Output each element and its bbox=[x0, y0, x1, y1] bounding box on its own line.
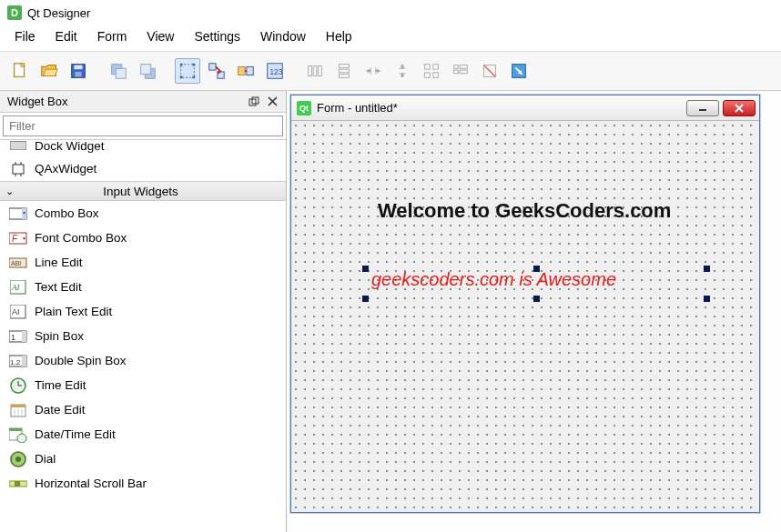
design-canvas[interactable]: Qt Form - untitled* Welcome to GeeksCode… bbox=[287, 91, 781, 532]
selection-handle-icon[interactable] bbox=[704, 296, 710, 302]
bring-front-button[interactable] bbox=[135, 58, 160, 84]
tree-item-qaxwidget[interactable]: QAxWidget bbox=[0, 156, 286, 181]
tree-item-time-edit[interactable]: Time Edit bbox=[0, 373, 286, 397]
tree-item-dial[interactable]: Dial bbox=[0, 447, 286, 471]
form-title: Form - untitled* bbox=[317, 101, 683, 115]
app-title: Qt Designer bbox=[27, 6, 90, 20]
tree-section-input-widgets[interactable]: ⌄ Input Widgets bbox=[0, 181, 286, 201]
svg-rect-33 bbox=[433, 73, 439, 78]
open-file-button[interactable] bbox=[36, 58, 62, 84]
selection-handle-icon[interactable] bbox=[533, 266, 540, 272]
send-back-button[interactable] bbox=[106, 58, 131, 84]
edit-buddies-button[interactable] bbox=[233, 58, 259, 84]
svg-rect-31 bbox=[433, 65, 439, 70]
svg-rect-20 bbox=[309, 66, 312, 76]
form-window[interactable]: Qt Form - untitled* Welcome to GeeksCode… bbox=[290, 95, 760, 513]
save-button[interactable] bbox=[66, 58, 91, 84]
tree-item-label: Plain Text Edit bbox=[35, 305, 112, 318]
tree-item-font-combo-box[interactable]: F Font Combo Box bbox=[0, 226, 286, 250]
tree-item-hscrollbar[interactable]: Horizontal Scroll Bar bbox=[0, 471, 286, 496]
svg-text:ABI: ABI bbox=[11, 260, 21, 266]
tree-item-label: Date/Time Edit bbox=[35, 427, 116, 441]
layout-v-splitter-button[interactable] bbox=[390, 58, 415, 84]
svg-rect-16 bbox=[238, 66, 245, 75]
svg-rect-11 bbox=[180, 76, 183, 79]
tree-item-label: Combo Box bbox=[35, 206, 99, 220]
svg-rect-70 bbox=[22, 361, 26, 366]
menu-view[interactable]: View bbox=[137, 27, 183, 45]
tree-item-label: Spin Box bbox=[35, 329, 84, 343]
svg-rect-22 bbox=[319, 66, 322, 76]
svg-line-39 bbox=[484, 65, 496, 77]
selection-handle-icon[interactable] bbox=[362, 296, 369, 302]
break-layout-button[interactable] bbox=[477, 58, 502, 84]
tree-item-spin-box[interactable]: 1 Spin Box bbox=[0, 324, 286, 348]
svg-rect-8 bbox=[181, 65, 195, 78]
close-panel-button[interactable] bbox=[264, 95, 280, 109]
tree-item-double-spin-box[interactable]: 1.2 Double Spin Box bbox=[0, 348, 286, 373]
menu-file[interactable]: File bbox=[5, 27, 45, 45]
tree-item-plain-text-edit[interactable]: AI Plain Text Edit bbox=[0, 299, 286, 324]
menu-help[interactable]: Help bbox=[317, 27, 361, 45]
svg-rect-37 bbox=[460, 70, 467, 74]
svg-rect-45 bbox=[10, 140, 26, 142]
close-button[interactable] bbox=[723, 100, 756, 116]
menu-settings[interactable]: Settings bbox=[185, 27, 249, 45]
app-icon: D bbox=[7, 5, 22, 20]
edit-widgets-button[interactable] bbox=[175, 58, 200, 84]
label-awesome-selected[interactable]: geekscoders.com is Awesome bbox=[366, 269, 706, 298]
svg-rect-21 bbox=[313, 66, 317, 76]
layout-vertical-button[interactable] bbox=[331, 58, 357, 84]
dock-undock-button[interactable] bbox=[246, 95, 262, 109]
selection-handle-icon[interactable] bbox=[704, 266, 710, 272]
combo-box-icon bbox=[9, 206, 27, 222]
edit-signals-button[interactable] bbox=[204, 58, 229, 84]
tree-item-label: Double Spin Box bbox=[35, 354, 127, 367]
layout-form-button[interactable] bbox=[448, 58, 473, 84]
widget-tree[interactable]: Dock Widget QAxWidget ⌄ Input Widgets Co… bbox=[0, 140, 286, 532]
filter-row bbox=[0, 113, 286, 140]
svg-rect-35 bbox=[460, 65, 467, 69]
dock-widget-icon bbox=[9, 140, 27, 153]
tree-item-datetime-edit[interactable]: Date/Time Edit bbox=[0, 422, 286, 447]
svg-text:AI: AI bbox=[11, 283, 20, 292]
tree-item-date-edit[interactable]: Date Edit bbox=[0, 397, 286, 422]
edit-tab-order-button[interactable]: 123 bbox=[262, 58, 288, 84]
form-titlebar[interactable]: Qt Form - untitled* bbox=[291, 95, 759, 121]
svg-rect-25 bbox=[340, 75, 350, 78]
tree-item-text-edit[interactable]: AI Text Edit bbox=[0, 275, 286, 299]
svg-rect-32 bbox=[425, 73, 431, 78]
tree-item-line-edit[interactable]: ABI Line Edit bbox=[0, 250, 286, 275]
menu-window[interactable]: Window bbox=[251, 27, 315, 45]
selection-handle-icon[interactable] bbox=[362, 266, 369, 272]
svg-point-83 bbox=[15, 457, 21, 462]
tree-item-combo-box[interactable]: Combo Box bbox=[0, 201, 286, 226]
tree-item-dock-widget[interactable]: Dock Widget bbox=[0, 140, 286, 156]
qax-widget-icon bbox=[9, 161, 27, 177]
svg-rect-80 bbox=[9, 428, 22, 431]
adjust-size-button[interactable] bbox=[506, 58, 532, 84]
svg-rect-5 bbox=[116, 68, 126, 78]
label-welcome[interactable]: Welcome to GeeksCoders.com bbox=[378, 199, 671, 223]
svg-text:F: F bbox=[12, 234, 18, 244]
date-edit-icon bbox=[9, 402, 27, 418]
minimize-button[interactable] bbox=[686, 100, 719, 116]
menu-edit[interactable]: Edit bbox=[46, 27, 86, 45]
tree-item-label: Dock Widget bbox=[35, 140, 105, 153]
menubar: File Edit Form View Settings Window Help bbox=[0, 25, 781, 51]
hscrollbar-icon bbox=[9, 476, 27, 492]
label-awesome[interactable]: geekscoders.com is Awesome bbox=[366, 269, 706, 290]
menu-form[interactable]: Form bbox=[88, 27, 137, 45]
tree-item-label: Dial bbox=[35, 452, 56, 466]
svg-rect-46 bbox=[13, 165, 24, 174]
widget-box-header: Widget Box bbox=[0, 91, 286, 113]
layout-grid-button[interactable] bbox=[419, 58, 444, 84]
filter-input[interactable] bbox=[3, 115, 283, 136]
svg-rect-75 bbox=[11, 405, 25, 407]
layout-h-splitter-button[interactable] bbox=[360, 58, 386, 84]
selection-handle-icon[interactable] bbox=[533, 296, 540, 302]
layout-horizontal-button[interactable] bbox=[302, 58, 328, 84]
form-canvas[interactable]: Welcome to GeeksCoders.com geekscoders.c… bbox=[291, 121, 759, 512]
new-file-button[interactable] bbox=[7, 58, 33, 84]
tree-item-label: Horizontal Scroll Bar bbox=[35, 477, 147, 490]
